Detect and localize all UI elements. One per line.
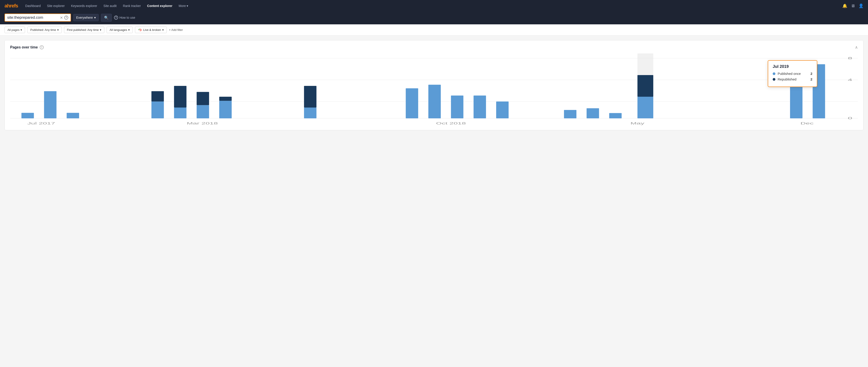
filter-all-languages[interactable]: All languages ▾ [106,27,133,33]
search-box-icons: ✕ ? [60,16,68,20]
svg-rect-17 [219,97,231,101]
search-box-container: ✕ ? [4,13,71,22]
notifications-icon[interactable]: 🔔 [842,3,847,8]
how-to-use-link[interactable]: ? How to use [114,16,135,20]
svg-text:Oct 2018: Oct 2018 [436,122,466,125]
svg-text:8: 8 [848,56,852,60]
nav-site-audit[interactable]: Site audit [101,3,119,9]
chart-card: Pages over time ? ∧ 8 4 0 [4,40,864,130]
filter-published-chevron: ▾ [57,28,59,32]
svg-text:0: 0 [848,116,852,120]
filter-all-pages-label: All pages [7,28,20,32]
svg-rect-29 [638,97,653,118]
svg-rect-16 [219,101,231,118]
tooltip-row-republished: Republished 2 [773,77,812,81]
tooltip-row-published-once: Published once 2 [773,72,812,75]
svg-rect-26 [587,108,599,118]
brand-logo[interactable]: ahrefs [4,3,18,9]
filter-published[interactable]: Published: Any time ▾ [27,27,62,33]
published-once-value: 2 [810,72,812,75]
republished-label: Republished [778,77,808,81]
svg-rect-22 [451,96,463,118]
tooltip-date: Jul 2019 [773,64,812,69]
main-content: Pages over time ? ∧ 8 4 0 [0,36,868,135]
everywhere-dropdown[interactable]: Everywhere ▾ [73,14,99,21]
svg-text:Dec: Dec [800,122,813,125]
ahrefs-wordmark: ahrefs [4,3,18,9]
svg-rect-18 [304,108,316,118]
filter-live-broken-label: Live & broken [143,28,161,32]
filter-all-languages-label: All languages [110,28,127,32]
logo-text: hrefs [7,3,18,8]
svg-rect-30 [638,75,653,97]
user-icon[interactable]: 👤 [859,3,864,8]
nav-right-icons: 🔔 🖥 👤 [842,3,864,8]
svg-text:4: 4 [848,78,852,82]
filter-all-pages[interactable]: All pages ▾ [4,27,25,33]
everywhere-label: Everywhere [76,16,93,20]
svg-rect-20 [406,88,418,118]
svg-rect-15 [197,92,209,105]
svg-rect-27 [609,113,621,118]
svg-rect-9 [67,113,79,118]
live-broken-icon [138,28,142,32]
nav-dashboard[interactable]: Dashboard [23,3,43,9]
svg-rect-13 [174,86,186,108]
navbar: ahrefs Dashboard Site explorer Keywords … [0,0,868,12]
svg-rect-25 [564,110,577,118]
search-help-icon[interactable]: ? [64,16,68,20]
chart-help-icon[interactable]: ? [40,45,44,49]
how-to-use-label: How to use [119,16,135,20]
nav-more[interactable]: More ▾ [176,3,191,9]
svg-rect-23 [474,96,486,118]
clear-icon[interactable]: ✕ [60,16,63,20]
svg-rect-10 [151,101,164,118]
display-icon[interactable]: 🖥 [851,4,855,8]
svg-text:Mar 2018: Mar 2018 [187,122,218,125]
filter-all-pages-chevron: ▾ [21,28,22,32]
search-button[interactable]: 🔍 [101,14,112,22]
chart-header: Pages over time ? ∧ [10,45,858,50]
filter-first-published[interactable]: First published: Any time ▾ [64,27,104,33]
svg-rect-24 [496,101,508,118]
svg-rect-14 [197,105,209,118]
svg-rect-19 [304,86,316,108]
svg-text:Jul 2017: Jul 2017 [27,122,55,125]
svg-rect-7 [22,113,34,118]
how-to-use-icon: ? [114,16,118,20]
svg-rect-11 [151,91,164,101]
nav-content-explorer[interactable]: Content explorer [145,3,175,9]
add-filter-label: + Add filter [169,28,183,32]
svg-text:May: May [630,122,645,125]
republished-value: 2 [810,77,812,81]
published-once-label: Published once [778,72,808,75]
everywhere-chevron-icon: ▾ [94,16,96,20]
collapse-button[interactable]: ∧ [855,45,858,50]
nav-keywords-explorer[interactable]: Keywords explorer [68,3,100,9]
chart-svg: 8 4 0 [10,54,858,126]
filter-live-broken[interactable]: Live & broken ▾ [135,27,167,33]
filter-first-published-label: First published: Any time [67,28,99,32]
filter-published-label: Published: Any time [30,28,56,32]
filter-first-published-chevron: ▾ [100,28,101,32]
svg-rect-12 [174,108,186,118]
search-icon: 🔍 [104,16,108,20]
add-filter-button[interactable]: + Add filter [169,28,183,32]
svg-rect-8 [44,91,56,118]
more-chevron-icon: ▾ [187,4,188,8]
logo-accent: a [4,3,7,8]
chart-title-group: Pages over time ? [10,45,44,49]
filter-row: All pages ▾ Published: Any time ▾ First … [0,24,868,36]
nav-rank-tracker[interactable]: Rank tracker [120,3,143,9]
filter-all-languages-chevron: ▾ [128,28,130,32]
search-input[interactable] [7,15,59,20]
filter-live-broken-chevron: ▾ [162,28,164,32]
svg-rect-21 [428,85,441,118]
chart-wrapper: 8 4 0 [10,54,858,126]
published-once-dot [773,72,775,75]
nav-site-explorer[interactable]: Site explorer [44,3,68,9]
tooltip-box: Jul 2019 Published once 2 Republished 2 [768,60,817,87]
republished-dot [773,78,775,81]
search-row: ✕ ? Everywhere ▾ 🔍 ? How to use [0,12,868,24]
chart-title-text: Pages over time [10,45,38,49]
